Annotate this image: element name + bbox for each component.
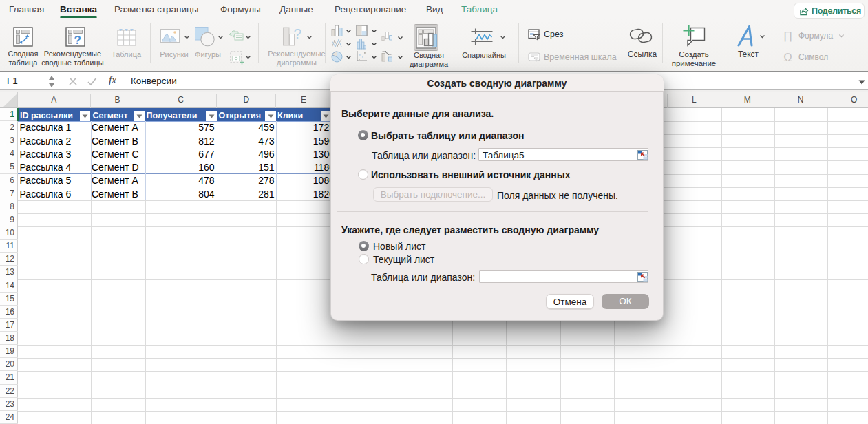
svg-text:?: ? (294, 26, 302, 41)
svg-text:?: ? (74, 34, 81, 47)
